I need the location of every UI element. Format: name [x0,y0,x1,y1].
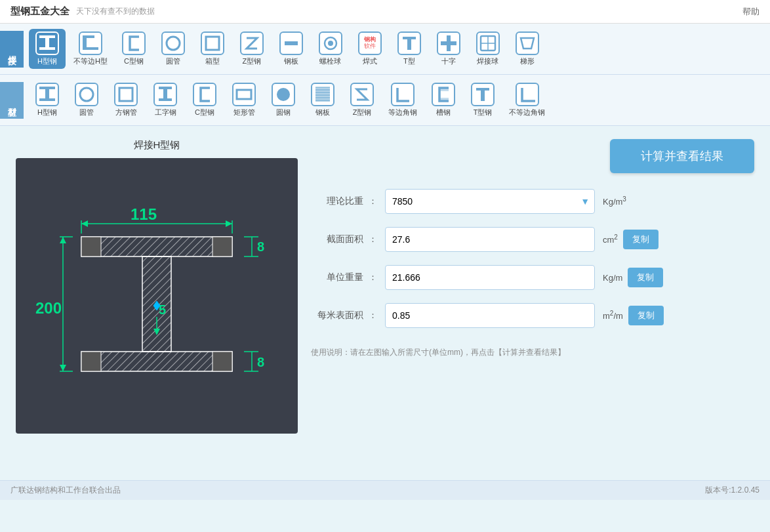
nav-icon-c-steel-mat [193,83,216,106]
svg-rect-1 [45,38,49,47]
svg-marker-69 [60,365,66,371]
nav-item-round-pipe-welding[interactable]: 圆管 [155,29,192,69]
svg-rect-28 [315,87,330,102]
svg-rect-45 [81,352,101,371]
nav-label-rect-pipe: 矩形管 [233,108,255,117]
svg-text:8: 8 [257,239,264,254]
area-input[interactable] [385,227,595,252]
nav-icon-i-beam [153,83,177,106]
svg-text:200: 200 [35,299,62,317]
nav-item-round-steel[interactable]: 圆钢 [265,80,302,120]
nav-icon-z-steel-mat [350,83,374,106]
svg-rect-12 [407,39,411,50]
nav-item-z-steel-welding[interactable]: Z型钢 [233,29,270,69]
footer-company: 广联达钢结构和工作台联合出品 [10,485,121,496]
nav-item-c-steel-welding[interactable]: C型钢 [115,29,152,69]
nav-item-c-steel-mat[interactable]: C型钢 [186,80,223,120]
svg-rect-22 [119,88,132,101]
nav-item-cross[interactable]: 十字 [430,29,467,69]
svg-rect-46 [213,352,232,371]
svg-rect-2 [39,47,55,50]
nav-item-i-beam[interactable]: 工字钢 [147,80,184,120]
nav-label-box-welding: 箱型 [205,56,220,66]
nav-item-steel-plate-welding[interactable]: 钢板 [273,29,310,69]
svg-point-6 [167,37,180,50]
nav-label-trapezoid: 梯形 [520,56,535,66]
nav-item-equal-angle[interactable]: 等边角钢 [383,80,422,120]
nav-icon-round-pipe-welding [161,31,185,55]
nav-icon-h-beam-mat [35,83,59,106]
nav-label-h-beam-mat: H型钢 [37,108,57,117]
nav-label-square-pipe: 方钢管 [115,108,137,117]
nav-label-unequal-h: 不等边H型 [73,56,108,66]
svg-rect-24 [163,89,167,98]
form-row-surface: 每米表面积 ： m2/m 复制 [311,303,754,328]
nav-icon-weld-ball [476,31,500,55]
nav-label-steel-plate-welding: 钢板 [284,56,298,66]
surface-input[interactable] [385,303,595,328]
nav-item-box-welding[interactable]: 箱型 [194,29,231,69]
nav-material-label[interactable]: 型材 [0,82,24,119]
nav-item-z-steel-mat[interactable]: Z型钢 [344,80,380,120]
calc-button[interactable]: 计算并查看结果 [610,139,754,173]
nav-welding-label[interactable]: 焊接 [0,31,24,68]
nav-label-cross: 十字 [441,56,456,66]
nav-item-unequal-h[interactable]: 不等边H型 [68,29,113,69]
surface-copy-button[interactable]: 复制 [628,306,664,325]
density-select-wrap: 7850 7800 7900 ▼ [385,189,595,214]
nav-icon-trapezoid [516,31,539,55]
svg-rect-14 [441,41,456,45]
nav-item-h-beam-mat[interactable]: H型钢 [29,80,66,120]
nav-item-bolt-ball[interactable]: 螺栓球 [312,29,349,69]
svg-rect-40 [81,237,232,256]
area-copy-button[interactable]: 复制 [623,230,659,249]
nav-label-h-beam-welding: H型钢 [37,56,57,66]
nav-item-round-pipe-mat[interactable]: 圆管 [68,80,105,120]
nav-item-groove-steel[interactable]: 槽钢 [425,80,462,120]
area-label: 截面面积 [311,234,363,245]
svg-rect-18 [39,87,55,89]
nav-label-round-steel: 圆钢 [276,108,291,117]
nav-icon-steel-plate-welding [279,31,303,55]
nav-label-c-steel-welding: C型钢 [124,56,144,66]
density-select[interactable]: 7850 7800 7900 [385,189,595,214]
density-label: 理论比重 [311,195,363,207]
weight-input[interactable] [385,265,595,290]
nav-label-t-type: T型 [403,56,415,66]
app-title: 型钢五金大全 [10,5,70,18]
svg-rect-0 [39,35,55,38]
nav-icon-z-steel-welding [240,31,264,55]
nav-item-rect-pipe[interactable]: 矩形管 [226,80,262,120]
nav-label-i-beam: 工字钢 [155,108,176,117]
nav-label-t-type-mat: T型钢 [474,108,493,117]
nav-icon-box-welding [201,31,224,55]
svg-rect-3 [83,35,94,38]
svg-marker-66 [81,220,88,227]
nav-icon-round-steel [272,83,295,106]
nav-icon-t-type-mat [471,83,495,106]
svg-marker-68 [60,237,66,243]
nav-item-h-beam-welding[interactable]: H型钢 [29,29,66,69]
nav-item-unequal-angle[interactable]: 不等边角钢 [504,80,550,120]
nav-item-steel-plate-mat[interactable]: 钢板 [304,80,341,120]
nav-item-trapezoid[interactable]: 梯形 [509,29,546,69]
nav-item-square-pipe[interactable]: 方钢管 [108,80,144,120]
nav-item-t-type-mat[interactable]: T型钢 [464,80,501,120]
nav-item-welding-style[interactable]: 钢构 软件 焊式 [352,29,388,69]
nav-label-bolt-ball: 螺栓球 [319,56,341,66]
svg-point-21 [80,88,93,101]
form-row-area: 截面面积 ： cm2 复制 [311,227,754,252]
nav-label-equal-angle: 等边角钢 [388,108,417,117]
weight-copy-button[interactable]: 复制 [628,268,663,287]
nav-item-weld-ball[interactable]: 焊接球 [470,29,506,69]
svg-rect-4 [83,38,87,47]
nav-icon-round-pipe-mat [75,83,98,106]
svg-rect-11 [403,37,416,39]
nav-item-t-type[interactable]: T型 [391,29,428,69]
nav-icon-welding-style: 钢构 软件 [358,31,382,55]
nav-label-round-pipe-welding: 圆管 [166,56,180,66]
app-header: 型钢五金大全 天下没有查不到的数据 帮助 [0,0,770,24]
help-button[interactable]: 帮助 [742,6,760,18]
nav-icon-unequal-angle [516,83,539,106]
svg-rect-7 [206,37,219,50]
